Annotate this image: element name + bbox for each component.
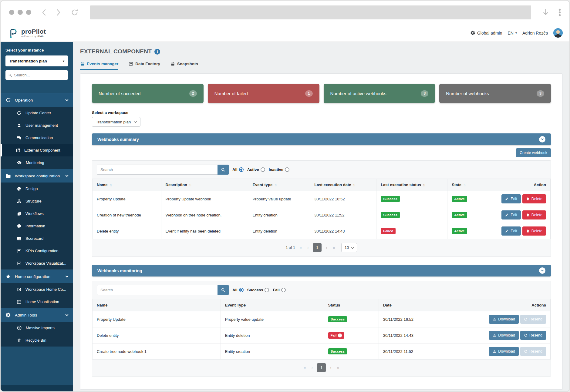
sidebar-group-workspace-configuration[interactable]: Workspace configuration	[1, 169, 73, 183]
sort-icon[interactable]: ↑↓	[463, 183, 465, 187]
collapse-toggle[interactable]	[539, 136, 545, 142]
column-header-last-execution-status[interactable]: Last execution status↑↓	[376, 179, 447, 191]
window-minimize-button[interactable]	[18, 10, 23, 15]
filter-active[interactable]: Active	[247, 167, 265, 172]
sidebar-search-input[interactable]	[14, 73, 65, 77]
edit-button[interactable]: Edit	[501, 194, 521, 203]
sidebar-item-design[interactable]: Design	[1, 183, 73, 195]
browser-back-button[interactable]	[41, 8, 48, 16]
global-admin-button[interactable]: Global admin	[470, 30, 502, 35]
stat-card-active-webhooks: Number of active webhooks 3	[324, 84, 435, 103]
sidebar-item-communication[interactable]: Communication	[1, 132, 73, 144]
column-header-state[interactable]: State↑↓	[447, 179, 477, 191]
sidebar-group-operation[interactable]: Operation	[1, 93, 73, 107]
edit-button[interactable]: Edit	[501, 210, 521, 219]
tab-events-manager[interactable]: Events manager	[80, 62, 118, 70]
pagination-prev-button[interactable]: ‹	[306, 245, 310, 250]
error-info-icon[interactable]: !	[338, 333, 342, 337]
address-bar[interactable]	[90, 5, 531, 19]
sidebar-group-home-configuration[interactable]: Home configuration	[1, 270, 73, 283]
sidebar-item-external-component[interactable]: External Component	[1, 144, 73, 156]
download-button[interactable]: Download	[489, 347, 519, 356]
radio-icon	[285, 167, 289, 172]
download-circle-icon	[17, 325, 22, 330]
sidebar-item-recycle-bin[interactable]: Recycle Bin	[1, 334, 73, 347]
page-size-select[interactable]: 10	[341, 243, 357, 252]
sidebar-item-home-visualisation[interactable]: Home Visualisation	[1, 296, 73, 308]
sidebar-item-user-management[interactable]: User management	[1, 119, 73, 132]
info-icon[interactable]: i	[154, 49, 160, 55]
window-close-button[interactable]	[9, 10, 14, 15]
webhooks-monitoring-panel-header[interactable]: Webhooks monitoring	[92, 265, 551, 276]
download-icon	[493, 350, 496, 353]
sort-icon[interactable]: ↑↓	[109, 183, 111, 187]
filter-inactive[interactable]: Inactive	[269, 167, 289, 172]
filter-fail[interactable]: Fail	[273, 288, 285, 292]
pagination-current-page[interactable]: 1	[317, 363, 326, 372]
pagination-last-button[interactable]: »	[336, 365, 341, 370]
sort-icon[interactable]: ↑↓	[423, 183, 425, 187]
webhooks-summary-panel-header[interactable]: Webhooks summary	[92, 133, 551, 145]
delete-button[interactable]: Delete	[522, 210, 546, 219]
column-header-name[interactable]: Name↑↓	[93, 179, 161, 191]
pagination-next-button[interactable]: ›	[325, 245, 329, 250]
delete-button[interactable]: Delete	[522, 226, 546, 236]
browser-refresh-button[interactable]	[71, 8, 79, 16]
radio-icon	[261, 167, 265, 172]
monitoring-search-button[interactable]	[218, 285, 229, 295]
monitoring-search-input[interactable]	[97, 285, 218, 295]
pagination-first-button[interactable]: «	[302, 365, 307, 370]
sort-icon[interactable]: ↑↓	[274, 183, 276, 187]
tab-bar: Events manager Data Factory Snapshots	[80, 62, 563, 70]
back-arrow-icon	[41, 8, 48, 16]
download-button[interactable]: Download	[489, 315, 519, 324]
workspace-select[interactable]: Transformation plan	[92, 117, 140, 127]
sidebar-item-workspace-home-configuration[interactable]: Workspace Home Co...	[1, 283, 73, 296]
language-selector[interactable]: EN ▾	[508, 31, 517, 35]
create-webhook-button[interactable]: Create webhook	[516, 148, 551, 157]
browser-menu-button[interactable]	[558, 8, 561, 17]
sort-icon[interactable]: ↑↓	[353, 183, 355, 187]
stat-card-succeeded: Number of succeded 2	[92, 84, 204, 103]
filter-success[interactable]: Success	[247, 288, 269, 292]
sidebar-item-structure[interactable]: Structure	[1, 195, 73, 207]
column-header-event-type[interactable]: Event type↑↓	[248, 179, 310, 191]
tab-snapshots[interactable]: Snapshots	[170, 62, 198, 70]
kebab-menu-icon	[558, 8, 561, 17]
sidebar-item-monitoring[interactable]: Monitoring	[1, 156, 73, 169]
instance-select[interactable]: Transformation plan ▾	[5, 55, 68, 66]
column-header-description[interactable]: Description↑↓	[161, 179, 248, 191]
avatar[interactable]	[553, 28, 563, 38]
summary-search-button[interactable]	[218, 165, 229, 175]
delete-button[interactable]: Delete	[522, 194, 546, 203]
column-header-last-execution-date[interactable]: Last execution date↑↓	[310, 179, 376, 191]
sidebar-item-workflows[interactable]: Workflows	[1, 207, 73, 220]
sidebar-item-update-center[interactable]: Update Center	[1, 107, 73, 119]
sidebar-item-scorecard[interactable]: Scorecard	[1, 232, 73, 245]
page-title: EXTERNAL COMPONENT	[80, 48, 152, 55]
tab-data-factory[interactable]: Data Factory	[129, 62, 160, 70]
pagination-current-page[interactable]: 1	[313, 243, 322, 252]
sidebar-group-admin-tools[interactable]: Admin Tools	[1, 308, 73, 322]
browser-download-button[interactable]	[542, 8, 549, 16]
pagination-last-button[interactable]: »	[332, 245, 336, 250]
sidebar-item-workspace-visualization[interactable]: Workspace Visualizat...	[1, 257, 73, 270]
pagination-next-button[interactable]: ›	[329, 365, 333, 370]
resend-button[interactable]: Resend	[520, 331, 546, 340]
pagination-prev-button[interactable]: ‹	[310, 365, 314, 370]
filter-all[interactable]: All	[232, 288, 244, 292]
flag-icon	[17, 249, 22, 253]
filter-all[interactable]: All	[232, 167, 244, 172]
sort-icon[interactable]: ↑↓	[189, 183, 191, 187]
sidebar-item-kpis-configuration[interactable]: KPIs Configuration	[1, 245, 73, 257]
browser-forward-button[interactable]	[55, 8, 62, 16]
sidebar-item-massive-imports[interactable]: Massive Imports	[1, 322, 73, 334]
pagination-first-button[interactable]: «	[298, 245, 303, 250]
summary-search-input[interactable]	[97, 165, 218, 175]
collapse-toggle[interactable]	[539, 267, 545, 274]
edit-button[interactable]: Edit	[501, 226, 521, 236]
window-maximize-button[interactable]	[26, 10, 31, 15]
download-button[interactable]: Download	[489, 331, 519, 340]
sidebar-item-information[interactable]: Information	[1, 220, 73, 232]
brand-logo[interactable]: proPilot — Powered by dFakto	[8, 27, 46, 39]
